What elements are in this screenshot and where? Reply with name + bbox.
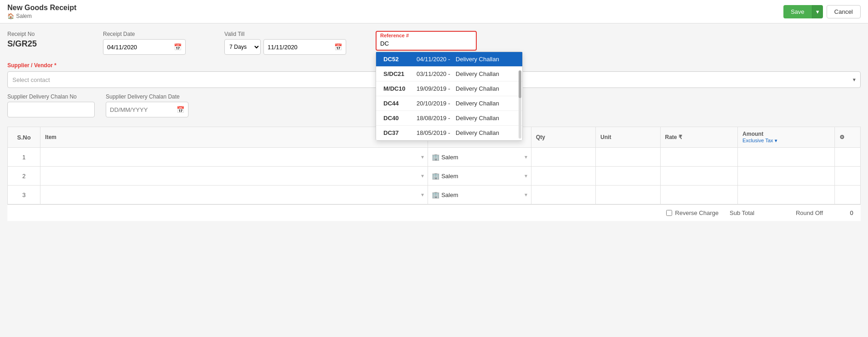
row-2-qty-input[interactable] [531, 167, 595, 185]
chalan-date-calendar-icon[interactable]: 📅 [177, 106, 184, 113]
dropdown-item-3-id: DC44 [383, 100, 411, 107]
reference-dropdown-item-5[interactable]: DC37 18/05/2019 - Delivery Challan [376, 126, 522, 140]
row-2-unit-input[interactable] [596, 167, 660, 185]
row-1-rate[interactable] [660, 148, 738, 167]
round-off-value: 0 [830, 209, 853, 216]
dropdown-scrollbar[interactable] [519, 70, 521, 139]
reference-dropdown-item-3[interactable]: DC44 20/10/2019 - Delivery Challan [376, 96, 522, 111]
row-3-rate-input[interactable] [661, 186, 738, 204]
row-3-gear [834, 186, 860, 204]
row-2-item[interactable]: ▾ [40, 167, 428, 186]
sub-total-label: Sub Total [730, 209, 754, 216]
receipt-no-label: Receipt No [7, 31, 37, 37]
row-3-rate[interactable] [660, 186, 738, 204]
row-2-location[interactable]: 🏢 Salem ▾ [428, 167, 531, 186]
footer-row: Reverse Charge Sub Total Round Off 0 [7, 204, 861, 221]
valid-till-date-input[interactable]: 11/11/2020 📅 [263, 39, 346, 55]
row-2-qty[interactable] [531, 167, 595, 186]
valid-till-calendar-icon[interactable]: 📅 [334, 43, 342, 51]
gear-icon[interactable]: ⚙ [839, 134, 845, 140]
chalan-date-input[interactable]: 📅 [106, 102, 188, 117]
top-bar-right: Save ▾ Cancel [783, 5, 861, 18]
row-1-item-chevron-icon: ▾ [421, 154, 424, 160]
row-2-sno: 2 [8, 167, 40, 186]
row-1-location-select[interactable]: 🏢 Salem ▾ [428, 148, 531, 166]
row-2-amount [738, 167, 835, 186]
chalan-date-group: Supplier Delivery Chalan Date 📅 [106, 93, 188, 117]
receipt-date-input[interactable]: 04/11/2020 📅 [103, 39, 186, 55]
chalan-no-input[interactable] [7, 102, 95, 117]
save-dropdown-button[interactable]: ▾ [812, 5, 823, 18]
row-3-unit-input[interactable] [596, 186, 660, 204]
reference-dropdown-item-0[interactable]: DC52 04/11/2020 - Delivery Challan [376, 52, 522, 67]
dropdown-item-4-id: DC40 [383, 115, 411, 122]
supplier-placeholder: Select contact [12, 76, 50, 83]
exclusive-tax-dropdown-icon[interactable]: ▾ [775, 138, 777, 143]
row-1-location[interactable]: 🏢 Salem ▾ [428, 148, 531, 167]
row-1-location-chevron-icon: ▾ [525, 154, 527, 160]
dropdown-item-2-id: M/DC10 [383, 85, 411, 92]
row-2-location-value: Salem [441, 173, 458, 180]
row-3-item-chevron-icon: ▾ [421, 192, 424, 198]
receipt-date-calendar-icon[interactable]: 📅 [174, 43, 182, 51]
dropdown-item-1-type: Delivery Challan [456, 70, 499, 77]
subtitle-location: Salem [16, 13, 32, 19]
row-3-qty-input[interactable] [531, 186, 595, 204]
receipt-date-field[interactable]: 04/11/2020 [107, 44, 174, 51]
row-1-qty[interactable] [531, 148, 595, 167]
row-1-location-value: Salem [441, 154, 458, 161]
dropdown-item-0-date: 04/11/2020 - [417, 56, 450, 63]
row-2-item-chevron-icon: ▾ [421, 173, 424, 179]
reverse-charge-group: Reverse Charge [666, 209, 719, 216]
row-3-location-select[interactable]: 🏢 Salem ▾ [428, 186, 531, 204]
chalan-no-group: Supplier Delivery Chalan No [7, 93, 95, 117]
valid-till-input-group: 7 Days 14 Days 30 Days 11/11/2020 📅 [224, 39, 346, 55]
chalan-date-field[interactable] [110, 106, 177, 113]
chalan-no-label: Supplier Delivery Chalan No [7, 93, 95, 100]
row-3-unit[interactable] [596, 186, 660, 204]
row-2-unit[interactable] [596, 167, 660, 186]
col-sno: S.No [8, 127, 40, 148]
reference-group: Reference # DC DC52 04/11/2020 - Deliver… [376, 31, 477, 51]
row-3-qty[interactable] [531, 186, 595, 204]
table-row: 3 ▾ 🏢 Salem ▾ [8, 186, 861, 204]
reference-dropdown-item-4[interactable]: DC40 18/08/2019 - Delivery Challan [376, 111, 522, 126]
reference-input-box[interactable]: Reference # DC [376, 31, 477, 51]
reference-dropdown-item-1[interactable]: S/DC21 03/11/2020 - Delivery Challan [376, 67, 522, 81]
valid-till-days-select[interactable]: 7 Days 14 Days 30 Days [224, 39, 261, 55]
col-amount: Amount Exclusive Tax ▾ [738, 127, 835, 148]
receipt-date-label: Receipt Date [103, 31, 186, 37]
row-1-unit[interactable] [596, 148, 660, 167]
reverse-charge-checkbox[interactable] [666, 210, 672, 216]
home-icon: 🏠 [7, 13, 14, 19]
row-3-item-select[interactable]: ▾ [40, 186, 428, 204]
reference-dropdown: DC52 04/11/2020 - Delivery Challan S/DC2… [376, 52, 523, 141]
row-3-location[interactable]: 🏢 Salem ▾ [428, 186, 531, 204]
dropdown-item-3-date: 20/10/2019 - [417, 100, 450, 107]
valid-till-date-field[interactable]: 11/11/2020 [268, 44, 334, 51]
reference-input[interactable]: DC [377, 38, 476, 50]
dropdown-item-5-type: Delivery Challan [456, 129, 499, 136]
row-1-unit-input[interactable] [596, 148, 660, 166]
cancel-button[interactable]: Cancel [827, 5, 861, 18]
page-subtitle: 🏠 Salem [7, 13, 76, 19]
row-2-rate-input[interactable] [661, 167, 738, 185]
row-2-location-select[interactable]: 🏢 Salem ▾ [428, 167, 531, 185]
row-2-item-select[interactable]: ▾ [40, 167, 428, 185]
receipt-date-group: Receipt Date 04/11/2020 📅 [103, 31, 186, 55]
save-button[interactable]: Save [783, 5, 812, 18]
row-1-sno: 1 [8, 148, 40, 167]
row-1-item[interactable]: ▾ [40, 148, 428, 167]
reference-dropdown-item-2[interactable]: M/DC10 19/09/2019 - Delivery Challan [376, 81, 522, 96]
col-item: Item [40, 127, 428, 148]
save-dropdown-arrow-icon: ▾ [816, 8, 819, 15]
main-content: Receipt No S/GR25 Receipt Date 04/11/202… [0, 23, 868, 228]
row-1-rate-input[interactable] [661, 148, 738, 166]
row-2-rate[interactable] [660, 167, 738, 186]
col-rate: Rate ₹ [660, 127, 738, 148]
dropdown-item-0-type: Delivery Challan [456, 56, 499, 63]
row-1-qty-input[interactable] [531, 148, 595, 166]
row-1-item-select[interactable]: ▾ [40, 148, 428, 166]
row-3-location-chevron-icon: ▾ [525, 192, 527, 198]
row-3-item[interactable]: ▾ [40, 186, 428, 204]
